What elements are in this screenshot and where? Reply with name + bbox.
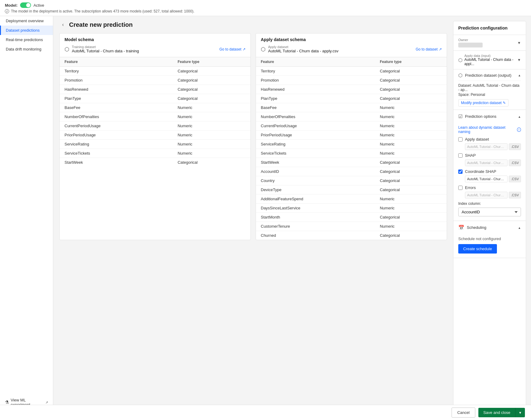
index-column-select[interactable]: AccountID Territory Promotion xyxy=(458,208,521,216)
table-row: StartWeekCategorical xyxy=(256,158,447,167)
model-active-label: Active xyxy=(33,3,44,8)
apply-data-icon: ⬡ xyxy=(458,57,463,63)
owner-chevron-icon[interactable]: ▼ xyxy=(517,41,521,45)
feature-cell: Promotion xyxy=(256,76,375,85)
external-icon: ↗ xyxy=(243,47,246,51)
coord-shap-checkbox[interactable] xyxy=(458,170,463,174)
scheduling-title-row: 📅 Scheduling xyxy=(458,225,486,230)
save-and-close-button[interactable]: Save and close xyxy=(478,408,515,417)
coord-shap-csv-badge: .CSV xyxy=(509,176,521,182)
scheduling-chevron-icon[interactable] xyxy=(518,225,521,230)
table-row: PlanTypeCategorical xyxy=(60,94,250,103)
pred-dataset-title: Prediction dataset (output) xyxy=(465,73,511,78)
external-link-icon: ↗ xyxy=(45,401,48,404)
model-go-to-dataset[interactable]: Go to dataset ↗ xyxy=(219,47,246,51)
coord-shap-input[interactable]: AutoML Tutorial - Churn data - apply_F xyxy=(465,176,508,182)
errors-checkbox-row: Errors xyxy=(458,185,521,190)
apply-dataset-checkbox[interactable] xyxy=(458,137,463,142)
errors-input-row: AutoML Tutorial - Churn data - apply_1 .… xyxy=(465,192,521,198)
feature-cell: DaysSinceLastService xyxy=(256,204,375,213)
content-area: ‹ Create new prediction Model schema ⬡ T… xyxy=(53,16,453,414)
type-cell: Numeric xyxy=(173,131,250,140)
apply-col-feature: Feature xyxy=(256,57,375,67)
feature-cell: HasRenewed xyxy=(60,85,173,94)
feature-cell: CustomerTenure xyxy=(256,222,375,231)
apply-data-chevron-icon[interactable]: ▼ xyxy=(517,58,521,62)
model-schema-table: Feature Feature type TerritoryCategorica… xyxy=(60,57,250,167)
pred-options-icon: ☑ xyxy=(458,114,463,119)
model-toggle[interactable] xyxy=(20,2,31,8)
scheduling-header[interactable]: 📅 Scheduling xyxy=(453,221,526,234)
dynamic-naming-link[interactable]: Learn about dynamic dataset naming i xyxy=(458,125,521,134)
sidebar-item-dataset-predictions[interactable]: Dataset predictions xyxy=(0,26,53,35)
main-layout: Deployment overview Dataset predictions … xyxy=(0,16,531,414)
table-row: BaseFeeNumeric xyxy=(60,103,250,112)
schemas-container: Model schema ⬡ Training dataset AutoML T… xyxy=(59,33,447,240)
apply-schema-table: Feature Feature type TerritoryCategorica… xyxy=(256,57,447,240)
errors-checkbox[interactable] xyxy=(458,186,463,190)
pred-dataset-body: Dataset: AutoML Tutorial - Churn data - … xyxy=(458,81,521,107)
sidebar-item-realtime-predictions[interactable]: Real-time predictions xyxy=(0,35,53,44)
table-row: PlanTypeCategorical xyxy=(256,94,447,103)
model-col-feature: Feature xyxy=(60,57,173,67)
apply-schema-title: Apply dataset schema xyxy=(261,37,442,42)
table-row: HasRenewedCategorical xyxy=(60,85,250,94)
apply-data-content: ⬡ Apply data (input) AutoML Tutorial - C… xyxy=(458,54,517,66)
table-row: ServiceTicketsNumeric xyxy=(60,149,250,158)
type-cell: Numeric xyxy=(173,112,250,121)
owner-avatar xyxy=(458,43,483,47)
shap-input[interactable]: AutoML Tutorial - Churn data - apply_1 xyxy=(465,159,508,166)
pred-dataset-space: Space: Personal xyxy=(458,93,521,97)
feature-cell: BaseFee xyxy=(256,103,375,112)
cancel-button[interactable]: Cancel xyxy=(452,408,475,418)
prediction-options-header[interactable]: ☑ Prediction options xyxy=(453,110,526,123)
type-cell: Numeric xyxy=(375,204,447,213)
owner-row: Owner ▼ xyxy=(453,35,526,51)
pred-dataset-header: ⬡ Prediction dataset (output) ▲ xyxy=(458,72,521,78)
apply-external-icon: ↗ xyxy=(439,47,442,51)
errors-input[interactable]: AutoML Tutorial - Churn data - apply_1 xyxy=(465,192,508,198)
type-cell: Categorical xyxy=(375,94,447,103)
table-row: ServiceRatingNumeric xyxy=(60,140,250,149)
model-status-row: Model: Active xyxy=(5,2,526,8)
table-row: ChurnedCategorical xyxy=(256,231,447,240)
table-row: CurrentPeriodUsageNumeric xyxy=(256,121,447,131)
sidebar-item-deployment-overview[interactable]: Deployment overview xyxy=(0,16,53,26)
feature-cell: StartWeek xyxy=(256,158,375,167)
back-button[interactable]: ‹ xyxy=(59,21,67,28)
pred-options-title: Prediction options xyxy=(465,114,496,119)
shap-checkbox[interactable] xyxy=(458,153,463,158)
model-dataset-info: ⬡ Training dataset AutoML Tutorial - Chu… xyxy=(65,45,246,53)
pred-dataset-title-row: ⬡ Prediction dataset (output) xyxy=(458,72,511,78)
shap-csv-badge: .CSV xyxy=(509,159,521,166)
table-row: NumberOfPenaltiesNumeric xyxy=(256,112,447,121)
type-cell: Numeric xyxy=(173,140,250,149)
apply-dataset-input[interactable]: AutoML Tutorial - Churn data - apply_1 xyxy=(465,143,508,150)
apply-schema-header: Apply dataset schema ⬡ Apply dataset Aut… xyxy=(256,33,447,57)
apply-data-label: Apply data (input) xyxy=(464,54,517,58)
sidebar-item-data-drift[interactable]: Data drift monitoring xyxy=(0,44,53,54)
errors-checkbox-label: Errors xyxy=(465,185,476,190)
model-dataset-label-row: ⬡ Training dataset AutoML Tutorial - Chu… xyxy=(65,45,139,53)
model-label: Model: xyxy=(5,3,18,8)
type-cell: Numeric xyxy=(375,149,447,158)
database-icon: ⬡ xyxy=(65,46,69,53)
type-cell: Numeric xyxy=(173,121,250,131)
table-row: CurrentPeriodUsageNumeric xyxy=(60,121,250,131)
apply-go-to-dataset[interactable]: Go to dataset ↗ xyxy=(416,47,442,51)
pred-dataset-chevron-up[interactable]: ▲ xyxy=(518,74,521,77)
create-schedule-button[interactable]: Create schedule xyxy=(458,244,497,254)
save-chevron-button[interactable]: ▼ xyxy=(515,408,525,417)
config-title: Prediction configuration xyxy=(453,21,526,35)
coord-shap-checkbox-row: Coordinate SHAP xyxy=(458,169,521,174)
top-bar: Model: Active i The model in the deploym… xyxy=(0,0,531,16)
model-dataset-name: AutoML Tutorial - Churn data - training xyxy=(72,49,139,53)
feature-cell: ServiceTickets xyxy=(60,149,173,158)
apply-data-row: ⬡ Apply data (input) AutoML Tutorial - C… xyxy=(453,51,526,69)
apply-data-labels: Apply data (input) AutoML Tutorial - Chu… xyxy=(464,54,517,66)
table-row: TerritoryCategorical xyxy=(60,67,250,76)
bottom-bar: Cancel Save and close ▼ xyxy=(0,405,531,420)
modify-pred-dataset-button[interactable]: Modify prediction dataset ✎ xyxy=(458,99,508,107)
table-row: ServiceTicketsNumeric xyxy=(256,149,447,158)
pred-options-chevron-icon[interactable] xyxy=(518,114,521,119)
